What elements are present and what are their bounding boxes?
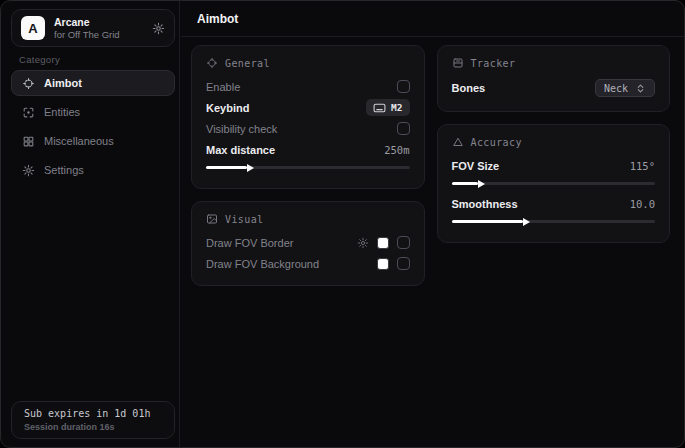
- app-logo: A: [21, 16, 45, 40]
- sidebar-item-label: Miscellaneous: [44, 135, 114, 147]
- general-card: General Enable Keybind: [191, 45, 425, 189]
- tracker-card-header: Tracker: [452, 54, 656, 72]
- card-title: Tracker: [471, 58, 516, 69]
- visual-card: Visual Draw FOV Border: [191, 201, 425, 286]
- setting-label: Max distance: [206, 144, 275, 156]
- setting-label: Smoothness: [452, 198, 518, 210]
- row-settings-gear-icon[interactable]: [357, 237, 369, 249]
- setting-label: Enable: [206, 81, 240, 93]
- setting-label: Bones: [452, 82, 486, 94]
- row-controls: [357, 236, 410, 249]
- fov-border-color-swatch[interactable]: [377, 237, 389, 249]
- tracker-card: Tracker Bones Neck: [437, 45, 671, 112]
- sidebar: A Arcane for Off The Grid Category: [1, 1, 180, 447]
- smoothness-slider[interactable]: [452, 220, 656, 223]
- app-subtitle: for Off The Grid: [54, 29, 152, 41]
- bones-selected-value: Neck: [604, 83, 628, 94]
- setting-row-max-distance: Max distance 250m: [206, 139, 410, 160]
- sidebar-nav: Aimbot Entities: [11, 70, 175, 183]
- subscription-info-card: Sub expires in 1d 01h Session duration 1…: [11, 401, 175, 439]
- main-area: Aimbot General: [181, 1, 684, 447]
- app-name: Arcane: [54, 16, 152, 29]
- app-title-block: Arcane for Off The Grid: [54, 16, 152, 41]
- slider-fill: [452, 220, 523, 223]
- slider-fill: [206, 166, 247, 169]
- setting-label: Draw FOV Background: [206, 258, 319, 270]
- sub-expiry-text: Sub expires in 1d 01h: [24, 407, 162, 421]
- slider-fill: [452, 182, 478, 185]
- chevrons-up-down-icon: [635, 83, 646, 94]
- slider-thumb[interactable]: [523, 218, 530, 226]
- sidebar-item-label: Aimbot: [44, 77, 82, 89]
- setting-label: Draw FOV Border: [206, 237, 293, 249]
- setting-row-draw-fov-background: Draw FOV Background: [206, 253, 410, 274]
- fov-size-value: 115°: [630, 160, 655, 172]
- smoothness-value: 10.0: [630, 198, 655, 210]
- keyboard-icon: [373, 103, 386, 113]
- setting-row-fov-size: FOV Size 115°: [452, 155, 656, 176]
- tracker-icon: [452, 57, 464, 69]
- sidebar-item-label: Entities: [44, 106, 80, 118]
- setting-row-keybind: Keybind M2: [206, 97, 410, 118]
- left-column: General Enable Keybind: [191, 45, 425, 286]
- setting-label: Visibility check: [206, 123, 277, 135]
- draw-fov-background-checkbox[interactable]: [397, 257, 410, 270]
- right-column: Tracker Bones Neck: [437, 45, 671, 286]
- gear-icon: [22, 164, 35, 177]
- sidebar-item-entities[interactable]: Entities: [11, 99, 175, 125]
- row-controls: [377, 257, 410, 270]
- setting-label: Keybind: [206, 102, 249, 114]
- fov-size-slider[interactable]: [452, 182, 656, 185]
- max-distance-value: 250m: [384, 144, 409, 156]
- setting-row-visibility-check: Visibility check: [206, 118, 410, 139]
- session-duration-text: Session duration 16s: [24, 421, 162, 433]
- scan-icon: [22, 106, 35, 119]
- app-logo-card: A Arcane for Off The Grid: [11, 9, 175, 47]
- crosshair-icon: [206, 57, 218, 69]
- draw-fov-border-checkbox[interactable]: [397, 236, 410, 249]
- card-title: Visual: [225, 214, 264, 225]
- bones-select[interactable]: Neck: [595, 79, 655, 97]
- setting-row-bones: Bones Neck: [452, 76, 656, 100]
- setting-row-draw-fov-border: Draw FOV Border: [206, 232, 410, 253]
- card-title: Accuracy: [471, 137, 522, 148]
- main-header: Aimbot: [181, 1, 684, 37]
- sidebar-item-label: Settings: [44, 164, 84, 176]
- accuracy-card: Accuracy FOV Size 115° Smoothness 10.0: [437, 124, 671, 243]
- content: General Enable Keybind: [181, 37, 684, 286]
- sidebar-item-miscellaneous[interactable]: Miscellaneous: [11, 128, 175, 154]
- setting-label: FOV Size: [452, 160, 500, 172]
- page-title: Aimbot: [197, 12, 238, 26]
- slider-thumb[interactable]: [478, 180, 485, 188]
- fov-background-color-swatch[interactable]: [377, 258, 389, 270]
- keybind-button[interactable]: M2: [366, 99, 409, 116]
- max-distance-slider[interactable]: [206, 166, 410, 169]
- triangle-icon: [452, 136, 464, 148]
- general-card-header: General: [206, 54, 410, 72]
- setting-row-enable: Enable: [206, 76, 410, 97]
- app-window: A Arcane for Off The Grid Category: [0, 0, 685, 448]
- sidebar-item-settings[interactable]: Settings: [11, 157, 175, 183]
- slider-thumb[interactable]: [247, 164, 254, 172]
- crosshair-icon: [22, 77, 35, 90]
- accuracy-card-header: Accuracy: [452, 133, 656, 151]
- visibility-check-checkbox[interactable]: [397, 122, 410, 135]
- visual-card-header: Visual: [206, 210, 410, 228]
- card-title: General: [225, 58, 270, 69]
- setting-row-smoothness: Smoothness 10.0: [452, 193, 656, 214]
- settings-gear-icon[interactable]: [152, 22, 165, 35]
- keybind-value: M2: [391, 102, 402, 113]
- enable-checkbox[interactable]: [397, 80, 410, 93]
- category-label: Category: [19, 54, 60, 65]
- image-icon: [206, 213, 218, 225]
- sidebar-item-aimbot[interactable]: Aimbot: [11, 70, 175, 96]
- grid-icon: [22, 135, 35, 148]
